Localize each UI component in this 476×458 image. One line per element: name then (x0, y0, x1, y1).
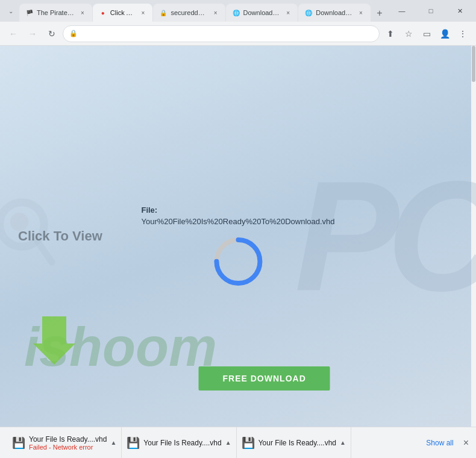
download-item-1-info: Your File Is Ready....vhd Failed - Netwo… (29, 435, 107, 451)
new-tab-button[interactable]: + (371, 5, 388, 22)
svg-line-1 (37, 242, 52, 263)
back-button[interactable]: ← (5, 25, 22, 42)
download-item-3: 💾 Your File Is Ready....vhd ▲ (237, 427, 351, 458)
bookmark-icon[interactable]: ☆ (400, 25, 417, 42)
download-item-1-status: Failed - Network error (29, 444, 107, 451)
maximize-button[interactable]: □ (417, 2, 445, 20)
tabs-container: 🏴 The Pirate Ba... × ● Click Allow × 🔒 s… (19, 0, 388, 22)
file-name: Your%20File%20Is%20Ready%20To%20Download… (141, 217, 334, 226)
tab-download-re-1[interactable]: 🌐 Download Re... × (226, 4, 298, 22)
download-item-3-info: Your File Is Ready....vhd (258, 439, 336, 447)
download-item-1: 💾 Your File Is Ready....vhd Failed - Net… (7, 427, 122, 458)
download-item-2-chevron[interactable]: ▲ (225, 439, 231, 446)
address-bar[interactable]: 🔒 (63, 25, 380, 42)
share-icon[interactable]: ⬆ (382, 25, 399, 42)
download-item-2-icon: 💾 (127, 436, 140, 450)
profile-icon[interactable]: 👤 (436, 25, 453, 42)
download-item-3-chevron[interactable]: ▲ (340, 439, 346, 446)
tabs-chevron-button[interactable]: ⌄ (2, 2, 19, 19)
tab-pirate-bay-close[interactable]: × (78, 8, 87, 17)
title-bar: ⌄ 🏴 The Pirate Ba... × ● Click Allow × 🔒… (0, 0, 476, 22)
lock-icon: 🔒 (69, 30, 78, 37)
file-info-area: File: Your%20File%20Is%20Ready%20To%20Do… (141, 205, 334, 289)
tab-download-re-2[interactable]: 🌐 Download Re... × (298, 4, 371, 22)
file-label: File: (141, 205, 157, 215)
close-button[interactable]: ✕ (446, 2, 474, 20)
tab-secureddown-title: secureddown... (171, 9, 208, 16)
download-bar: 💾 Your File Is Ready....vhd Failed - Net… (0, 427, 476, 458)
cast-icon[interactable]: ▭ (418, 25, 435, 42)
show-all-button[interactable]: Show all (426, 439, 453, 447)
navbar: ← → ↻ 🔒 ⬆ ☆ ▭ 👤 ⋮ (0, 22, 476, 46)
forward-button[interactable]: → (24, 25, 41, 42)
tab-pirate-bay-favicon: 🏴 (25, 8, 34, 17)
tab-secureddown-favicon: 🔒 (159, 8, 168, 17)
download-item-1-icon: 💾 (12, 436, 25, 450)
tab-secureddown-close[interactable]: × (211, 8, 221, 17)
minimize-button[interactable]: — (388, 2, 416, 20)
tab-click-allow-close[interactable]: × (138, 8, 148, 17)
window-controls: — □ ✕ (388, 2, 474, 20)
download-item-2: 💾 Your File Is Ready....vhd ▲ (122, 427, 236, 458)
click-to-view-text: Click To View (18, 228, 102, 244)
browser-window: ⌄ 🏴 The Pirate Ba... × ● Click Allow × 🔒… (0, 0, 476, 458)
tab-download-re-1-close[interactable]: × (283, 8, 293, 17)
arrow-down-icon (33, 316, 75, 366)
toolbar-icons: ⬆ ☆ ▭ 👤 ⋮ (382, 25, 471, 42)
scrollbar-thumb[interactable] (472, 46, 475, 82)
tab-download-re-2-favicon: 🌐 (304, 8, 313, 17)
tab-click-allow-favicon: ● (99, 8, 107, 17)
tab-download-re-2-title: Download Re... (316, 9, 354, 16)
tab-download-re-1-title: Download Re... (243, 9, 281, 16)
download-item-1-chevron[interactable]: ▲ (110, 439, 116, 446)
tab-download-re-2-close[interactable]: × (356, 8, 366, 17)
download-item-2-info: Your File Is Ready....vhd (143, 439, 221, 447)
download-item-3-name: Your File Is Ready....vhd (258, 439, 336, 447)
download-item-2-name: Your File Is Ready....vhd (143, 439, 221, 447)
tab-click-allow-title: Click Allow (110, 9, 136, 16)
svg-marker-3 (33, 316, 75, 365)
download-item-1-name: Your File Is Ready....vhd (29, 435, 107, 444)
tab-download-re-1-favicon: 🌐 (232, 8, 240, 17)
page-content: PC ishoom Click To View File: Your%20Fil… (0, 46, 476, 427)
menu-icon[interactable]: ⋮ (454, 25, 471, 42)
close-download-bar-button[interactable]: × (463, 438, 469, 448)
download-item-3-icon: 💾 (242, 436, 255, 450)
tab-pirate-bay-title: The Pirate Ba... (37, 9, 75, 16)
tab-pirate-bay[interactable]: 🏴 The Pirate Ba... × (19, 4, 92, 22)
tab-click-allow[interactable]: ● Click Allow × (93, 4, 153, 22)
reload-button[interactable]: ↻ (43, 25, 60, 42)
tab-secureddown[interactable]: 🔒 secureddown... × (153, 4, 225, 22)
free-download-button[interactable]: FREE DOWNLOAD (199, 366, 330, 391)
download-bar-right: Show all × (426, 438, 469, 448)
download-spinner (211, 234, 265, 289)
